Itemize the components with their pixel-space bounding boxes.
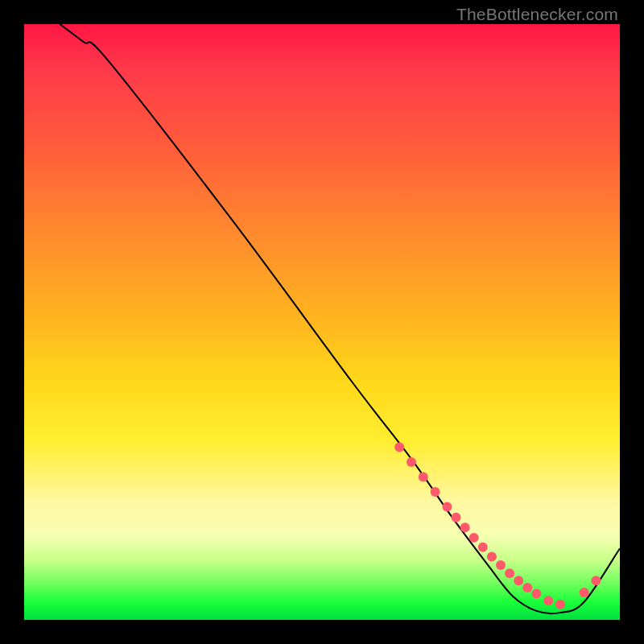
- curve-marker: [496, 560, 506, 570]
- curve-marker: [469, 533, 479, 543]
- chart-frame: TheBottlenecker.com: [0, 0, 644, 644]
- curve-marker: [460, 522, 470, 532]
- curve-marker: [487, 552, 497, 562]
- curve-marker: [531, 588, 541, 598]
- curve-marker: [452, 513, 461, 522]
- curve-marker: [407, 457, 416, 467]
- curve-marker: [419, 472, 428, 481]
- curve-marker: [555, 600, 565, 609]
- curve-marker: [522, 583, 532, 592]
- curve-svg: [24, 24, 620, 620]
- curve-markers: [394, 442, 601, 609]
- watermark-text: TheBottlenecker.com: [456, 5, 618, 24]
- curve-marker: [431, 487, 440, 497]
- gradient-plot-area: [24, 24, 620, 620]
- curve-marker: [505, 568, 514, 578]
- curve-marker: [394, 442, 404, 452]
- curve-marker: [543, 596, 553, 605]
- curve-marker: [580, 588, 589, 597]
- bottleneck-curve: [60, 24, 620, 613]
- curve-marker: [478, 543, 488, 552]
- curve-marker: [591, 576, 601, 585]
- curve-marker: [514, 576, 523, 585]
- curve-marker: [442, 502, 452, 511]
